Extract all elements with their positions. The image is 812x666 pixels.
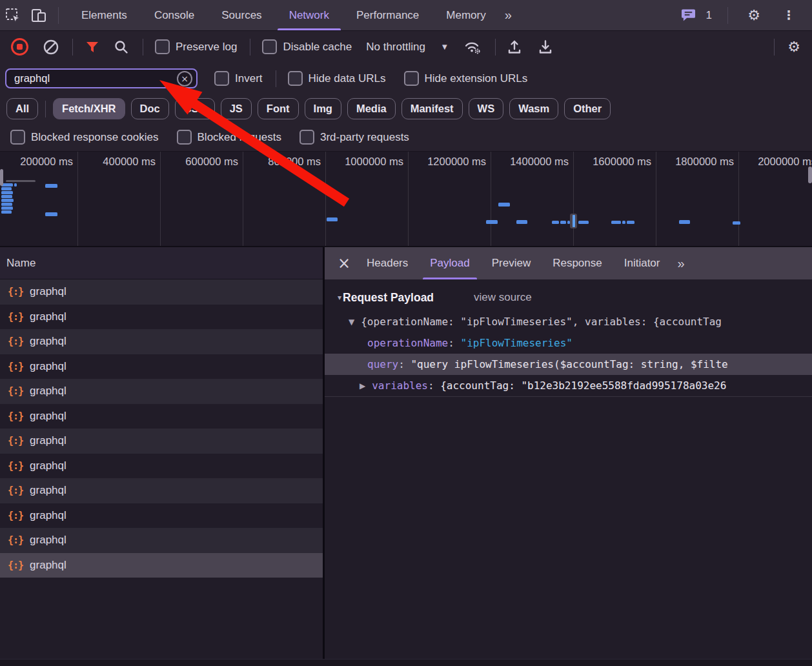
chip-fetch-xhr[interactable]: Fetch/XHR	[53, 98, 125, 119]
overview-request-mark	[573, 215, 575, 227]
request-row[interactable]: {:}graphql	[0, 528, 323, 553]
request-name: graphql	[30, 459, 66, 472]
issues-button[interactable]: 1	[676, 0, 712, 30]
chip-doc[interactable]: Doc	[131, 98, 169, 119]
json-braces-icon: {:}	[8, 435, 23, 447]
3rd-party-requests-checkbox[interactable]	[299, 130, 314, 145]
tab-network[interactable]: Network	[276, 0, 343, 30]
tab-console[interactable]: Console	[141, 0, 208, 30]
hide-data-urls-checkbox[interactable]	[288, 71, 303, 86]
overview-request-mark	[622, 221, 625, 224]
collapse-triangle-icon[interactable]: ▾	[338, 293, 341, 302]
json-braces-icon: {:}	[8, 485, 23, 496]
request-payload-section-header[interactable]: ▾ Request Payload view source	[325, 284, 812, 311]
preserve-log-checkbox[interactable]	[155, 39, 170, 54]
expand-triangle-icon[interactable]: ▼	[349, 318, 354, 327]
network-settings-gear-icon[interactable]: ⚙	[787, 40, 800, 54]
chip-js[interactable]: JS	[221, 98, 252, 119]
tab-elements[interactable]: Elements	[68, 0, 141, 30]
chip-css[interactable]: CSS	[175, 98, 215, 119]
invert-checkbox[interactable]	[214, 71, 229, 86]
detail-tab-response[interactable]: Response	[542, 247, 613, 279]
more-panels-icon[interactable]: »	[500, 8, 516, 23]
request-name: graphql	[30, 310, 66, 323]
blocked-response-cookies-label: Blocked response cookies	[31, 131, 159, 144]
payload-preview-line[interactable]: ▼ {operationName: "ipFlowTimeseries", va…	[325, 311, 812, 332]
window-bottom-edge	[0, 659, 812, 666]
payload-properties: operationName: "ipFlowTimeseries"query: …	[325, 332, 812, 396]
request-row[interactable]: {:}graphql	[0, 478, 323, 503]
search-icon[interactable]	[113, 39, 130, 56]
section-divider	[325, 396, 812, 397]
request-row[interactable]: {:}graphql	[0, 454, 323, 479]
network-conditions-icon[interactable]	[463, 39, 482, 56]
payload-prop-operationname[interactable]: operationName: "ipFlowTimeseries"	[325, 332, 812, 354]
overview-request-mark	[486, 220, 498, 224]
tab-performance[interactable]: Performance	[343, 0, 432, 30]
overview-drag-handle[interactable]	[808, 166, 812, 183]
request-row[interactable]: {:}graphql	[0, 404, 323, 429]
more-detail-tabs-icon[interactable]: »	[677, 256, 683, 271]
clear-network-log-button[interactable]	[43, 39, 59, 56]
overview-request-mark	[560, 221, 566, 224]
filter-funnel-icon[interactable]	[85, 39, 100, 55]
chevron-down-icon: ▼	[442, 43, 447, 50]
payload-prop-variables[interactable]: ▶variables: {accountTag: "b12e3b2192ee55…	[325, 375, 812, 396]
device-toolbar-icon[interactable]	[26, 0, 52, 30]
payload-prop-query[interactable]: query: "query ipFlowTimeseries($accountT…	[325, 354, 812, 375]
overview-drag-handle[interactable]	[0, 169, 3, 186]
blocked-response-cookies-checkbox[interactable]	[10, 130, 25, 145]
hide-extension-urls-control: Hide extension URLs	[404, 71, 528, 86]
expand-triangle-icon[interactable]: ▶	[360, 381, 365, 390]
chip-ws[interactable]: WS	[469, 98, 504, 119]
3rd-party-requests-control: 3rd-party requests	[299, 130, 409, 145]
chip-font[interactable]: Font	[258, 98, 299, 119]
overview-request-mark	[611, 221, 621, 224]
json-braces-icon: {:}	[8, 410, 23, 422]
disable-cache-label: Disable cache	[283, 41, 352, 54]
tab-memory[interactable]: Memory	[432, 0, 499, 30]
view-source-link[interactable]: view source	[474, 291, 532, 304]
chip-img[interactable]: Img	[305, 98, 341, 119]
clear-filter-icon[interactable]: ×	[177, 71, 192, 86]
json-braces-icon: {:}	[8, 560, 23, 571]
blocked-requests-checkbox[interactable]	[177, 130, 192, 145]
overview-tick-label: 1200000 ms	[396, 156, 486, 168]
customize-kebab-icon[interactable]: ⋮	[776, 0, 802, 30]
tab-sources[interactable]: Sources	[208, 0, 275, 30]
chip-media[interactable]: Media	[347, 98, 396, 119]
detail-tab-preview[interactable]: Preview	[481, 247, 542, 279]
request-row[interactable]: {:}graphql	[0, 279, 323, 305]
record-network-log-button[interactable]	[11, 38, 28, 56]
request-row[interactable]: {:}graphql	[0, 305, 323, 330]
request-row[interactable]: {:}graphql	[0, 354, 323, 379]
request-row[interactable]: {:}graphql	[0, 503, 323, 529]
chip-all[interactable]: All	[6, 98, 38, 119]
settings-gear-icon[interactable]: ⚙	[741, 0, 767, 30]
export-har-icon[interactable]	[537, 39, 554, 56]
detail-tab-initiator[interactable]: Initiator	[613, 247, 671, 279]
chip-wasm[interactable]: Wasm	[509, 98, 558, 119]
import-har-icon[interactable]	[506, 39, 523, 56]
detail-tab-payload[interactable]: Payload	[419, 247, 480, 279]
overview-request-mark	[1, 210, 12, 214]
throttling-dropdown[interactable]: No throttling ▼	[366, 41, 447, 54]
request-row[interactable]: {:}graphql	[0, 553, 323, 578]
inspect-element-icon[interactable]	[0, 0, 26, 30]
chip-manifest[interactable]: Manifest	[401, 98, 463, 119]
hide-extension-urls-checkbox[interactable]	[404, 71, 419, 86]
json-braces-icon: {:}	[8, 385, 23, 397]
network-overview-timeline[interactable]: 200000 ms400000 ms600000 ms800000 ms1000…	[0, 152, 812, 247]
request-row[interactable]: {:}graphql	[0, 379, 323, 404]
divider	[774, 39, 775, 56]
disable-cache-checkbox[interactable]	[262, 39, 277, 54]
divider	[276, 70, 276, 87]
filter-input[interactable]	[13, 72, 177, 85]
request-row[interactable]: {:}graphql	[0, 329, 323, 354]
detail-tab-headers[interactable]: Headers	[356, 247, 419, 279]
chip-other[interactable]: Other	[564, 98, 611, 119]
request-row[interactable]: {:}graphql	[0, 429, 323, 454]
overview-tick-label: 800000 ms	[230, 156, 321, 168]
name-column-header[interactable]: Name	[0, 247, 323, 279]
close-icon[interactable]: ×	[332, 247, 356, 279]
